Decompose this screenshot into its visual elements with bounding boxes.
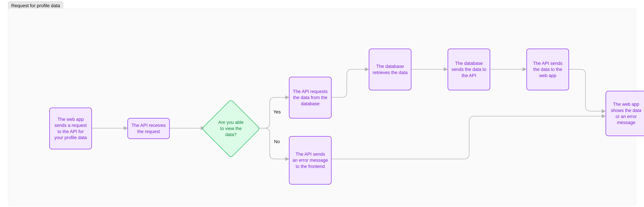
edge-n3-n4-yes (257, 98, 289, 128)
node-n1[interactable]: The web app sends a request to the API f… (49, 108, 92, 149)
node-n2[interactable]: The API receives the request (128, 118, 170, 139)
node-n1-text: The web app sends a request to the API f… (53, 116, 88, 141)
node-n5[interactable]: The database retrieves the data (369, 48, 412, 90)
node-n8-text: The API sends an error message to the fr… (292, 151, 328, 170)
edge-label-yes: Yes (273, 110, 281, 115)
node-n7[interactable]: The API sends the data to the web app (526, 48, 569, 90)
node-n2-text: The API receives the request (131, 122, 166, 134)
node-n8[interactable]: The API sends an error message to the fr… (289, 136, 332, 184)
node-n3[interactable]: Are you able to view the data? (210, 108, 252, 149)
diagram-panel: Yes No The web app sends a request to th… (8, 8, 636, 206)
node-n3-text: Are you able to view the data? (210, 108, 252, 149)
node-n6[interactable]: The database sends the data to the API (448, 48, 490, 90)
edge-n8-n9 (332, 116, 605, 159)
edge-label-no: No (274, 139, 280, 144)
node-n7-text: The API sends the data to the web app (530, 60, 566, 78)
edge-n3-n8-no (257, 128, 289, 159)
node-n4[interactable]: The API requests the data from the datab… (289, 77, 332, 118)
node-n4-text: The API requests the data from the datab… (292, 88, 328, 107)
flow-canvas: Yes No The web app sends a request to th… (8, 8, 636, 206)
edge-n4-n5 (332, 69, 368, 98)
node-n9-text: The web app shows the data or an error m… (609, 101, 643, 126)
page: Request for profile data (0, 0, 644, 207)
edge-n7-n9 (569, 69, 605, 111)
node-n6-text: The database sends the data to the API (451, 60, 487, 78)
node-n5-text: The database retrieves the data (372, 63, 408, 76)
node-n9[interactable]: The web app shows the data or an error m… (606, 91, 644, 136)
